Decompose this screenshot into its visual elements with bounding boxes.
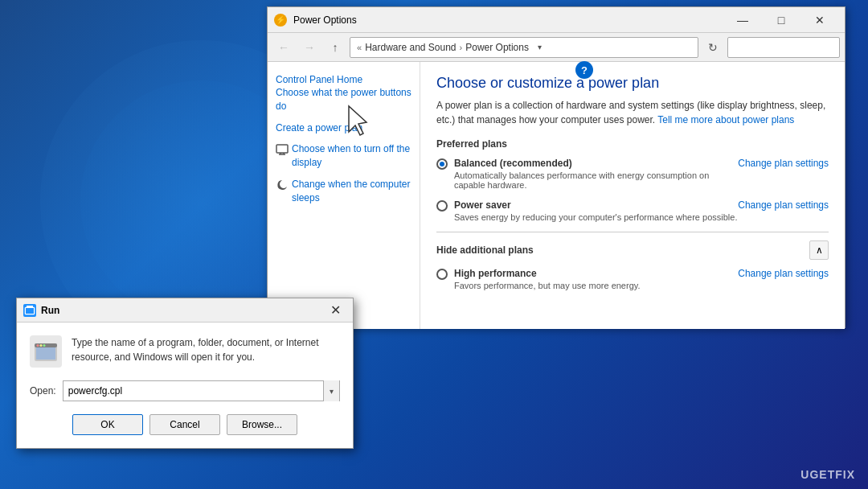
plan-desc-powersaver: Saves energy by reducing your computer's… (454, 212, 738, 222)
radio-highperf[interactable] (436, 269, 448, 280)
window-body: Control Panel Home Choose what the power… (268, 62, 845, 329)
svg-rect-6 (26, 308, 34, 314)
up-button[interactable]: ↑ (324, 36, 346, 59)
maximize-button[interactable]: □ (763, 7, 800, 33)
svg-point-13 (40, 344, 43, 347)
run-titlebar: Run ✕ (17, 298, 353, 323)
plan-item-highperf: High performance Favors performance, but… (436, 268, 829, 290)
power-window-titlebar: ⚡ Power Options — □ ✕ (268, 7, 845, 33)
run-top-section: Type the name of a program, folder, docu… (30, 335, 340, 368)
hide-plans-bar: Hide additional plans ∧ (436, 240, 829, 260)
plan-name-balanced: Balanced (recommended) (454, 158, 738, 169)
sidebar-home-link[interactable]: Control Panel Home (276, 74, 362, 85)
run-input-wrapper: ▾ (63, 380, 340, 401)
power-options-window: ⚡ Power Options — □ ✕ ← → ↑ « Hardware a… (267, 6, 845, 328)
plan-name-highperf: High performance (454, 268, 738, 279)
preferred-plans-label: Preferred plans (436, 138, 829, 150)
run-cancel-button[interactable]: Cancel (149, 414, 220, 435)
refresh-button[interactable]: ↻ (702, 37, 724, 58)
svg-point-12 (37, 344, 39, 347)
svg-rect-8 (30, 306, 33, 308)
main-content: Choose or customize a power plan A power… (420, 62, 845, 329)
power-window-title: Power Options (293, 14, 724, 26)
run-ok-button[interactable]: OK (72, 414, 143, 435)
minimize-button[interactable]: — (724, 7, 761, 33)
sleep-icon (276, 179, 289, 191)
run-input-row: Open: ▾ (30, 380, 340, 401)
back-button[interactable]: ← (272, 36, 295, 59)
watermark: UGETFIX (800, 468, 855, 481)
run-app-svg (33, 339, 59, 364)
path-part-2: Power Options (465, 42, 529, 53)
change-plan-highperf[interactable]: Change plan settings (738, 268, 829, 279)
plan-item-balanced: Balanced (recommended) Automatically bal… (436, 158, 829, 190)
plan-name-powersaver: Power saver (454, 199, 738, 211)
window-controls: — □ ✕ (724, 7, 838, 33)
run-title-icon (23, 304, 36, 317)
address-path: Hardware and Sound › Power Options (365, 42, 529, 53)
help-button[interactable]: ? (575, 61, 593, 79)
path-arrow: › (460, 43, 463, 52)
svg-point-14 (43, 344, 46, 347)
radio-powersaver[interactable] (436, 200, 448, 212)
hide-plans-label: Hide additional plans (436, 244, 534, 256)
svg-rect-7 (27, 306, 30, 308)
change-plan-balanced[interactable]: Change plan settings (738, 158, 829, 169)
address-field[interactable]: « Hardware and Sound › Power Options ▾ (350, 37, 698, 58)
run-app-icon (30, 335, 62, 368)
plans-divider (436, 232, 829, 232)
content-description: A power plan is a collection of hardware… (436, 98, 829, 127)
close-button[interactable]: ✕ (801, 7, 838, 33)
path-part-1: Hardware and Sound (365, 42, 456, 53)
tell-more-link[interactable]: Tell me more about power plans (657, 114, 794, 125)
run-icon-svg (24, 305, 35, 316)
plan-desc-highperf: Favors performance, but may use more ene… (454, 281, 738, 290)
power-title-icon: ⚡ (274, 14, 287, 27)
run-dialog-title: Run (41, 305, 324, 316)
display-icon (276, 143, 289, 156)
path-prefix: « (357, 43, 362, 52)
address-bar: ← → ↑ « Hardware and Sound › Power Optio… (268, 33, 845, 62)
plan-item-powersaver: Power saver Saves energy by reducing you… (436, 199, 829, 222)
address-dropdown-btn[interactable]: ▾ (532, 37, 548, 58)
svg-rect-0 (276, 145, 288, 153)
run-dialog-body: Type the name of a program, folder, docu… (17, 323, 353, 448)
run-browse-button[interactable]: Browse... (227, 414, 297, 435)
run-description: Type the name of a program, folder, docu… (72, 335, 340, 364)
run-dropdown-arrow[interactable]: ▾ (323, 380, 339, 401)
sidebar: Control Panel Home Choose what the power… (268, 62, 420, 329)
sidebar-link-sleep[interactable]: Change when the computer sleeps (276, 178, 411, 205)
search-input[interactable] (727, 37, 840, 58)
run-open-label: Open: (30, 385, 56, 397)
collapse-button[interactable]: ∧ (809, 240, 829, 260)
sidebar-link-create-plan[interactable]: Create a power plan (276, 121, 411, 135)
run-close-button[interactable]: ✕ (324, 299, 346, 322)
run-open-input[interactable] (63, 381, 323, 401)
sidebar-link-display[interactable]: Choose when to turn off the display (276, 142, 411, 170)
radio-balanced[interactable] (436, 158, 448, 170)
run-buttons: OK Cancel Browse... (30, 414, 340, 435)
plan-desc-balanced: Automatically balances performance with … (454, 171, 738, 190)
sidebar-link-power-buttons[interactable]: Choose what the power buttons do (276, 86, 411, 113)
forward-button[interactable]: → (298, 36, 321, 59)
run-dialog: Run ✕ Type the name of a program, folder… (16, 298, 354, 449)
change-plan-powersaver[interactable]: Change plan settings (738, 199, 829, 211)
content-title: Choose or customize a power plan (436, 75, 829, 92)
